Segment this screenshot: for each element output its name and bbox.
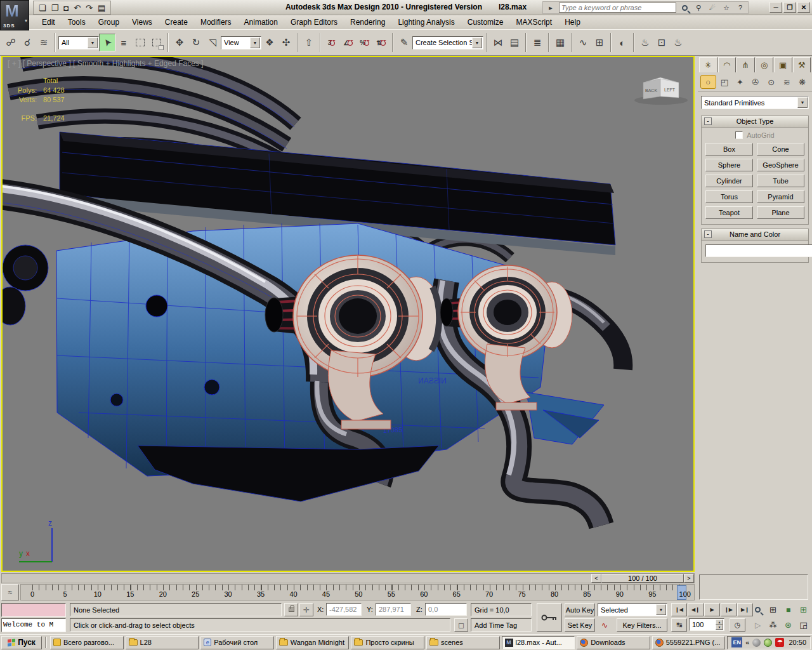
favorites-star-icon[interactable]: ☆ [721,3,732,13]
restore-button[interactable]: ❐ [783,2,796,13]
time-slider-prev-button[interactable]: < [591,574,601,583]
language-indicator[interactable]: EN [731,637,742,647]
edit-named-selection-sets-icon[interactable]: ✎ [396,34,412,51]
unlink-selection-icon[interactable]: ☌ [19,34,36,51]
z-coordinate-field[interactable]: 0,0 [425,603,467,616]
selection-lock-icon[interactable] [284,603,298,616]
time-slider-handle[interactable]: 100 / 100 [601,574,684,583]
chevron-down-icon[interactable]: ▼ [797,97,808,108]
spinner-up-icon[interactable]: ▲ [716,620,723,625]
pyramid-button[interactable]: Pyramid [757,190,804,203]
tab-motion[interactable]: ◎ [756,57,774,72]
tray-collapse-icon[interactable]: « [745,639,749,646]
menu-edit[interactable]: Edit [36,17,62,28]
chevron-down-icon[interactable]: ▼ [250,37,260,48]
window-crossing-toggle-icon[interactable] [148,34,165,51]
task-png-image[interactable]: 5559221.PNG (... [652,636,726,649]
time-slider-next-button[interactable]: > [684,574,694,583]
tube-button[interactable]: Tube [757,175,804,187]
default-in-out-tangent-icon[interactable]: ∿ [598,618,612,632]
track-bar[interactable]: ≈ 05 1015 2025 3035 4045 5055 6065 7075 … [0,584,696,601]
category-geometry-icon[interactable]: ○ [700,75,716,89]
viewcube-left-face-label[interactable]: LEFT [664,88,676,92]
tab-display[interactable]: ▣ [774,57,792,72]
time-tag-cube-icon[interactable]: ◻ [454,618,468,632]
redo-icon[interactable]: ↷ [86,3,93,13]
chevron-down-icon[interactable]: ▼ [656,604,666,615]
menu-modifiers[interactable]: Modifiers [194,17,238,28]
menu-rendering[interactable]: Rendering [344,17,391,28]
tray-utility-icon[interactable] [752,639,761,647]
walk-through-icon[interactable]: ⁂ [765,618,781,632]
communication-center-icon[interactable]: ☄ [707,3,718,13]
task-wangan-midnight-folder[interactable]: Wangan Midnight [276,636,350,649]
angle-snap-toggle-icon[interactable]: ∠Ω [340,34,357,51]
undo-icon[interactable]: ↶ [74,3,81,13]
render-production-icon[interactable]: ♨ [670,34,686,51]
auto-key-button[interactable]: Auto Key [565,603,595,616]
percent-snap-toggle-icon[interactable]: %Ω [357,34,373,51]
reference-coordinate-system-dropdown[interactable]: View ▼ [221,36,261,50]
menu-maxscript[interactable]: MAXScript [509,17,558,28]
rendered-frame-window-icon[interactable]: ⊡ [653,34,670,51]
task-downloads[interactable]: Downloads [577,636,650,649]
select-and-link-icon[interactable]: ☍ [3,34,19,51]
curve-editor-icon[interactable]: ∿ [575,34,591,51]
start-button[interactable]: Пуск [1,636,42,649]
geosphere-button[interactable]: GeoSphere [757,159,804,171]
previous-frame-icon[interactable]: ◀❙ [688,603,704,616]
zoom-extents-icon[interactable]: ■ [780,603,796,616]
graphite-modeling-toolbox-icon[interactable]: ▦ [552,34,568,51]
plane-button[interactable]: Plane [757,206,804,219]
time-slider[interactable]: < 100 / 100 > [1,573,695,583]
x-coordinate-field[interactable]: -427,582 [326,603,362,616]
menu-create[interactable]: Create [159,17,194,28]
task-l28max-active[interactable]: Ml28.max - Aut... [502,636,575,649]
key-filter-set-dropdown[interactable]: Selected ▼ [598,603,667,616]
spinner-snap-toggle-icon[interactable]: ⇅Ω [373,34,390,51]
category-cameras-icon[interactable]: ✇ [749,75,763,89]
mini-curve-editor-icon[interactable]: ≈ [1,584,19,600]
task-desktop[interactable]: eРабочий стол [200,636,274,649]
tray-messenger-icon[interactable] [764,639,772,647]
key-mode-toggle-icon[interactable]: ↹ [671,618,687,632]
task-screenshots-folder[interactable]: Просто скрины [351,636,424,649]
menu-group[interactable]: Group [92,17,126,28]
rectangular-selection-region-icon[interactable] [132,34,148,51]
zoom-icon[interactable] [750,603,766,616]
chevron-down-icon[interactable]: ▼ [472,37,482,48]
cylinder-button[interactable]: Cylinder [705,175,753,187]
menu-animation[interactable]: Animation [238,17,284,28]
tab-utilities[interactable]: ⚒ [793,57,811,72]
maxscript-mini-listener-output[interactable]: Welcome to M [1,618,66,632]
viewcube-back-face-label[interactable]: BACK [645,88,657,93]
name-color-rollout-header[interactable]: - Name and Color [702,229,808,241]
material-editor-icon[interactable]: ◐ [614,34,631,51]
select-by-name-icon[interactable]: ≡ [115,34,132,51]
viewport-label[interactable]: [ + ] [ Perspective ] [ Smooth + Highlig… [8,59,204,68]
task-l28-folder[interactable]: L28 [126,636,199,649]
goto-start-icon[interactable]: ❙◀ [671,603,687,616]
zoom-extents-all-icon[interactable]: ⊞ [796,603,811,616]
save-file-icon[interactable]: ◘ [63,3,69,13]
menu-tools[interactable]: Tools [62,17,92,28]
category-spacewarps-icon[interactable]: ≋ [780,75,794,89]
snaps-toggle-icon[interactable]: 3Ω [324,34,340,51]
torus-button[interactable]: Torus [705,190,753,203]
schematic-view-icon[interactable]: ⊞ [591,34,608,51]
application-menu-button[interactable]: M 3DS ▾ [0,0,29,30]
orbit-icon[interactable]: ⊛ [780,618,796,632]
use-pivot-point-center-icon[interactable]: ❖ [261,34,278,51]
set-key-button[interactable]: Set Key [565,618,595,632]
absolute-coordinates-icon[interactable]: ✛ [299,603,313,616]
tab-modify[interactable]: ◠ [718,57,737,72]
play-animation-icon[interactable]: ▶ [704,603,720,616]
help-icon[interactable]: ? [735,3,746,13]
select-object-button[interactable]: ➤ [99,34,115,51]
close-button[interactable]: ✕ [797,2,810,13]
menu-customize[interactable]: Customize [461,17,510,28]
object-name-input[interactable] [705,244,812,257]
tab-hierarchy[interactable]: ⋔ [737,57,755,72]
teapot-button[interactable]: Teapot [705,206,753,219]
key-filters-button[interactable]: Key Filters... [617,618,667,632]
